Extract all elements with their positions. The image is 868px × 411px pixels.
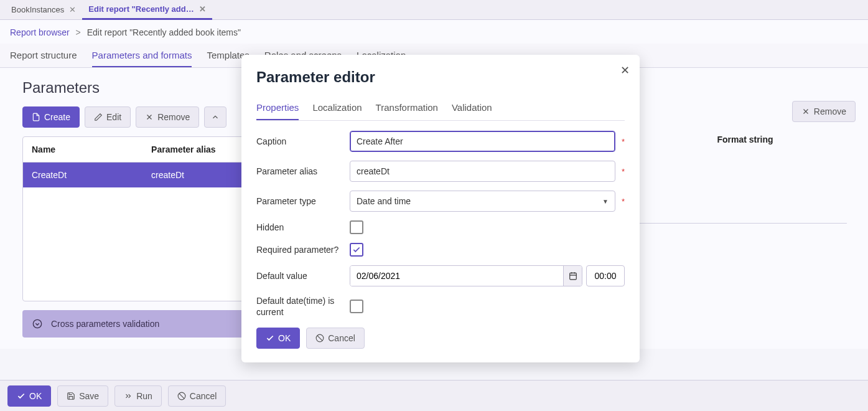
parameter-editor-modal: ✕ Parameter editor Properties Localizati… — [241, 55, 640, 362]
default-current-label: Default date(time) is current — [256, 295, 350, 318]
modal-tabs: Properties Localization Transformation V… — [256, 98, 625, 121]
required-label: Required parameter? — [256, 244, 350, 255]
type-select[interactable]: Date and time ▼ — [350, 191, 615, 212]
default-date-input[interactable] — [350, 266, 563, 286]
calendar-icon — [569, 272, 577, 280]
default-value-label: Default value — [256, 270, 350, 281]
tab-validation[interactable]: Validation — [452, 98, 492, 120]
tab-transformation[interactable]: Transformation — [376, 98, 438, 120]
modal-overlay: ✕ Parameter editor Properties Localizati… — [0, 0, 868, 411]
alias-input[interactable] — [350, 161, 615, 182]
alias-label: Parameter alias — [256, 166, 350, 177]
caption-label: Caption — [256, 136, 350, 147]
default-current-checkbox[interactable] — [350, 300, 363, 313]
calendar-button[interactable] — [563, 266, 582, 286]
default-time-input[interactable] — [586, 265, 625, 286]
svg-line-12 — [317, 336, 322, 341]
required-checkbox[interactable] — [350, 243, 363, 257]
required-indicator: * — [622, 197, 625, 206]
close-icon[interactable]: ✕ — [620, 64, 630, 77]
type-value: Date and time — [357, 196, 411, 206]
default-date-field — [350, 265, 582, 286]
check-icon — [266, 334, 274, 342]
required-indicator: * — [622, 137, 625, 146]
modal-cancel-label: Cancel — [328, 333, 355, 343]
required-indicator: * — [622, 167, 625, 176]
check-icon — [352, 245, 361, 254]
chevron-down-icon: ▼ — [602, 198, 609, 205]
hidden-checkbox[interactable] — [350, 220, 363, 234]
tab-localization[interactable]: Localization — [312, 98, 362, 120]
ban-icon — [315, 334, 324, 342]
modal-ok-button[interactable]: OK — [256, 328, 300, 349]
svg-rect-7 — [569, 273, 576, 280]
type-label: Parameter type — [256, 196, 350, 207]
caption-input[interactable] — [350, 131, 615, 152]
modal-title: Parameter editor — [256, 68, 625, 86]
modal-cancel-button[interactable]: Cancel — [306, 328, 365, 349]
modal-buttons: OK Cancel — [256, 328, 625, 349]
modal-ok-label: OK — [278, 333, 291, 343]
hidden-label: Hidden — [256, 222, 350, 233]
tab-properties[interactable]: Properties — [256, 98, 299, 120]
